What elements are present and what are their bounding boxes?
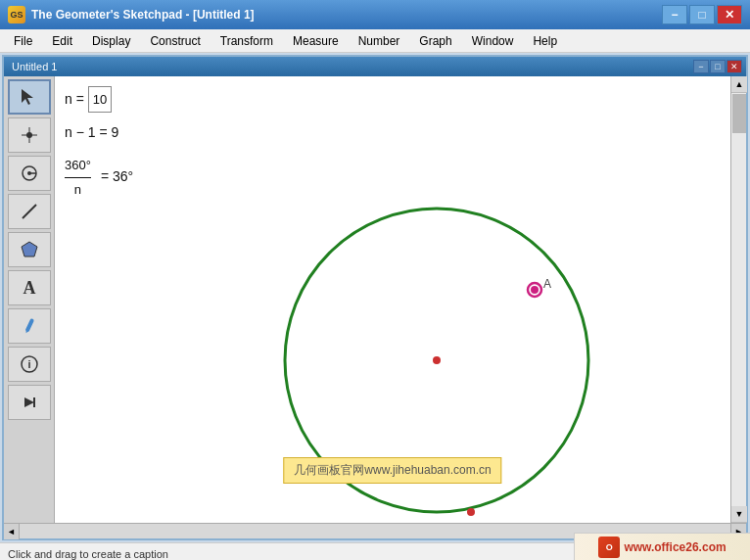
point-b[interactable]: [467, 508, 475, 516]
scroll-track-right[interactable]: [731, 93, 746, 506]
outer-title-text: The Geometer's Sketchpad - [Untitled 1]: [31, 8, 255, 22]
doc-title-bar: Untitled 1 − □ ✕: [4, 57, 746, 76]
tool-compass[interactable]: [8, 156, 51, 191]
svg-line-7: [23, 205, 36, 218]
svg-marker-13: [24, 397, 34, 407]
left-toolbar: A i: [4, 76, 55, 523]
caption-text: 几何画板官网www.jihehuaban.com.cn: [294, 463, 491, 477]
menu-number[interactable]: Number: [349, 31, 410, 51]
scroll-down-btn[interactable]: ▼: [731, 506, 747, 523]
doc-frame: Untitled 1 − □ ✕: [2, 55, 748, 540]
main-layout: A i n = 10: [4, 76, 746, 523]
tool-point[interactable]: [8, 117, 51, 153]
menu-bar: File Edit Display Construct Transform Me…: [0, 29, 750, 53]
office-text: www.office26.com: [624, 540, 726, 554]
tool-text[interactable]: A: [8, 270, 51, 305]
menu-edit[interactable]: Edit: [42, 31, 82, 51]
maximize-button[interactable]: □: [689, 5, 715, 24]
svg-text:i: i: [27, 358, 30, 370]
tool-info[interactable]: i: [8, 347, 51, 382]
tool-marker[interactable]: [8, 308, 51, 344]
doc-maximize-btn[interactable]: □: [710, 60, 726, 73]
doc-minimize-btn[interactable]: −: [693, 60, 709, 73]
menu-measure[interactable]: Measure: [283, 31, 349, 51]
close-button[interactable]: ✕: [717, 5, 742, 24]
caption-label: 几何画板官网www.jihehuaban.com.cn: [283, 457, 501, 484]
menu-construct[interactable]: Construct: [140, 31, 210, 51]
menu-display[interactable]: Display: [82, 31, 140, 51]
drawing-canvas[interactable]: n = 10 n − 1 = 9 360° n = 36°: [55, 76, 730, 523]
point-a-label: A: [543, 277, 551, 291]
menu-graph[interactable]: Graph: [409, 31, 461, 51]
doc-close-btn[interactable]: ✕: [727, 60, 742, 73]
tool-polygon[interactable]: [8, 232, 51, 267]
menu-window[interactable]: Window: [462, 31, 524, 51]
svg-marker-0: [22, 89, 33, 105]
outer-window: GS The Geometer's Sketchpad - [Untitled …: [0, 0, 750, 560]
right-scrollbar: ▲ ▼: [730, 76, 746, 523]
office-logo: O www.office26.com: [574, 533, 750, 560]
scroll-thumb-right[interactable]: [732, 94, 746, 133]
tool-custom[interactable]: [8, 385, 51, 420]
app-icon: GS: [8, 6, 25, 23]
svg-marker-8: [22, 242, 37, 257]
outer-title-bar: GS The Geometer's Sketchpad - [Untitled …: [0, 0, 750, 29]
center-point[interactable]: [433, 356, 441, 364]
tool-line[interactable]: [8, 194, 51, 229]
minimize-button[interactable]: −: [662, 5, 687, 24]
menu-transform[interactable]: Transform: [211, 31, 283, 51]
scroll-left-btn[interactable]: ◄: [4, 524, 20, 539]
tool-arrow[interactable]: [8, 79, 51, 115]
geometry-canvas: A: [55, 76, 730, 523]
status-text: Click and drag to create a caption: [8, 548, 168, 560]
menu-help[interactable]: Help: [523, 31, 567, 51]
window-controls: − □ ✕: [662, 5, 742, 24]
doc-title-text: Untitled 1: [8, 61, 692, 72]
menu-file[interactable]: File: [4, 31, 42, 51]
point-a-inner[interactable]: [531, 286, 539, 294]
scroll-up-btn[interactable]: ▲: [731, 76, 747, 93]
office-icon: O: [598, 537, 620, 558]
